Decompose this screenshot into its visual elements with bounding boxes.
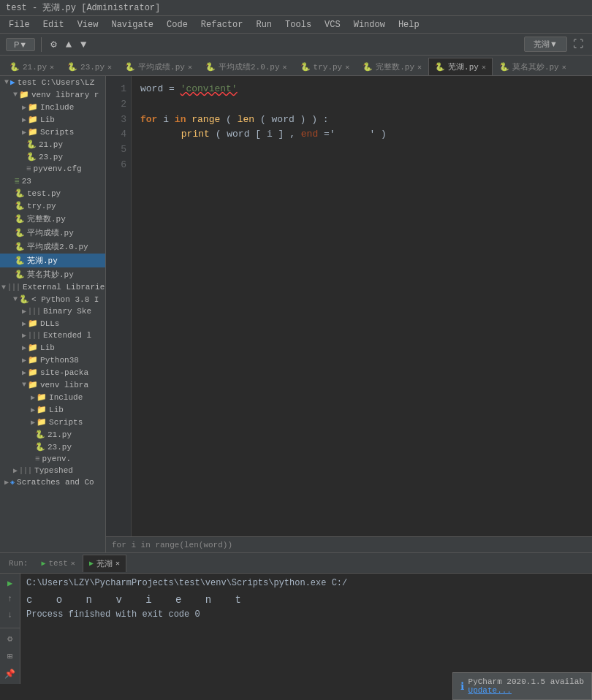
expand-arrow: ▶ — [4, 478, 9, 487]
sidebar-item-extendedl[interactable]: ▶ ||| Extended l — [0, 330, 105, 341]
sidebar-item-python38[interactable]: ▼ 🐍 < Python 3.8 I — [0, 293, 105, 305]
up-icon[interactable]: ▲ — [63, 37, 75, 52]
tab-avgscore[interactable]: 🐍 平均成绩.py ✕ — [118, 58, 199, 75]
menu-help[interactable]: Help — [392, 18, 425, 31]
sidebar-label: site-packa — [40, 368, 88, 377]
run-tab-close[interactable]: ✕ — [115, 559, 120, 568]
expand-arrow: ▼ — [13, 91, 18, 99]
menu-view[interactable]: View — [72, 18, 105, 31]
sidebar-item-21py[interactable]: 🐍 21.py — [0, 138, 105, 151]
run-up-btn[interactable]: ↑ — [3, 593, 18, 606]
tab-close[interactable]: ✕ — [562, 63, 566, 72]
expand-arrow: ▶ — [31, 393, 35, 402]
sidebar-item-avgscore[interactable]: 🐍 平均成绩.py — [0, 226, 105, 240]
sidebar-item-23[interactable]: ≣ 23 — [0, 175, 105, 187]
menu-vcs[interactable]: VCS — [319, 18, 346, 31]
notify-update-link[interactable]: Update... — [468, 686, 512, 695]
sidebar-item-wuhu[interactable]: 🐍 芜湖.py — [0, 254, 105, 267]
sidebar-item-scripts2[interactable]: ▶ 📁 Scripts — [0, 416, 105, 428]
tab-close[interactable]: ✕ — [50, 63, 54, 72]
sidebar-item-lib3[interactable]: ▶ 📁 Lib — [0, 403, 105, 416]
menu-tools[interactable]: Tools — [279, 18, 317, 31]
tab-label: 完整数.py — [376, 61, 414, 72]
menu-run[interactable]: Run — [250, 18, 278, 31]
down-icon[interactable]: ▼ — [77, 37, 89, 52]
py-file-icon: 🐍 — [15, 228, 25, 237]
sidebar-item-pyvenvcfg[interactable]: ≡ pyvenv.cfg — [0, 163, 105, 175]
code-line-1: word = 'convient' — [140, 82, 583, 97]
run-tab-test[interactable]: ▶ test ✕ — [35, 555, 80, 572]
sidebar-item-python38folder[interactable]: ▶ 📁 Python38 — [0, 354, 105, 366]
run-pin-btn[interactable]: 📌 — [3, 666, 18, 681]
run-layout-btn[interactable]: ⊞ — [3, 649, 18, 663]
sidebar-item-lib[interactable]: ▶ 📁 Lib — [0, 113, 105, 126]
run-play-btn[interactable]: ▶ — [3, 577, 18, 590]
sidebar-item-typeshed[interactable]: ▶ ||| Typeshed — [0, 465, 105, 476]
sidebar-item-test-root[interactable]: ▼ ▶ test C:\Users\LZ — [0, 76, 105, 88]
run-tab-close[interactable]: ✕ — [71, 559, 75, 568]
cfg-file-icon: ≡ — [35, 454, 40, 463]
tab-label: 莫名其妙.py — [512, 61, 559, 72]
run-tab-wuhu[interactable]: ▶ 芜湖 ✕ — [83, 555, 126, 572]
run-down-btn[interactable]: ↓ — [3, 609, 18, 622]
folder-icon: 📁 — [19, 90, 29, 99]
tab-21py[interactable]: 🐍 21.py ✕ — [3, 58, 61, 75]
sidebar-label: 平均成绩2.0.py — [27, 241, 88, 252]
expand-arrow: ▶ — [31, 418, 35, 427]
sidebar-item-venv2[interactable]: ▼ 📁 venv libra — [0, 378, 105, 391]
sidebar-item-pyenv2[interactable]: ≡ pyenv. — [0, 453, 105, 465]
menu-navigate[interactable]: Navigate — [105, 18, 159, 31]
tab-close[interactable]: ✕ — [345, 63, 349, 72]
pycharm-notification[interactable]: ℹ PyCharm 2020.1.5 availab Update... — [452, 672, 592, 700]
menu-refactor[interactable]: Refactor — [195, 18, 249, 31]
menu-edit[interactable]: Edit — [37, 18, 70, 31]
code-token: =' — [324, 129, 335, 140]
menu-window[interactable]: Window — [348, 18, 391, 31]
maximize-icon[interactable]: ⛶ — [570, 37, 586, 52]
tab-close[interactable]: ✕ — [417, 63, 422, 72]
menu-code[interactable]: Code — [161, 18, 194, 31]
line-num-4: 4 — [110, 127, 126, 142]
project-btn[interactable]: P▼ — [6, 38, 35, 51]
sidebar-item-sitepacka[interactable]: ▶ 📁 site-packa — [0, 366, 105, 378]
sidebar-label: Scratches and Co — [17, 478, 94, 487]
sidebar-item-completepy[interactable]: 🐍 完整数.py — [0, 212, 105, 226]
sidebar-item-scripts[interactable]: ▶ 📁 Scripts — [0, 126, 105, 138]
run-tab-label: Run: — [3, 555, 34, 572]
sidebar-item-include[interactable]: ▶ 📁 Include — [0, 101, 105, 113]
tab-close[interactable]: ✕ — [482, 63, 486, 72]
tab-close[interactable]: ✕ — [188, 63, 192, 72]
tab-wuhu[interactable]: 🐍 芜湖.py ✕ — [428, 58, 493, 75]
sidebar-item-extlibs[interactable]: ▼ ||| External Libraries — [0, 281, 105, 293]
sidebar-item-23py2[interactable]: 🐍 23.py — [0, 441, 105, 453]
menu-file[interactable]: File — [3, 18, 36, 31]
location-btn[interactable]: 芜湖▼ — [524, 37, 567, 52]
sidebar-item-include2[interactable]: ▶ 📁 Include — [0, 391, 105, 403]
sidebar-item-dlls[interactable]: ▶ 📁 DLLs — [0, 317, 105, 330]
tab-avgscore2[interactable]: 🐍 平均成绩2.0.py ✕ — [199, 58, 294, 75]
tab-completepy[interactable]: 🐍 完整数.py ✕ — [356, 58, 428, 75]
tab-close[interactable]: ✕ — [283, 63, 287, 72]
tab-mysterious[interactable]: 🐍 莫名其妙.py ✕ — [493, 58, 573, 75]
sidebar-item-avgscore2[interactable]: 🐍 平均成绩2.0.py — [0, 240, 105, 254]
sidebar-item-venv[interactable]: ▼ 📁 venv library r — [0, 88, 105, 101]
sidebar-item-testpy[interactable]: 🐍 test.py — [0, 187, 105, 199]
sidebar-label: try.py — [27, 202, 56, 210]
run-settings-btn[interactable]: ⚙ — [3, 631, 18, 646]
tab-trypy[interactable]: 🐍 try.py ✕ — [294, 58, 357, 75]
code-token: [ — [255, 129, 261, 140]
sidebar-item-trypy[interactable]: 🐍 try.py — [0, 199, 105, 212]
toolbar: P▼ ⚙ ▲ ▼ 芜湖▼ ⛶ — [0, 34, 592, 56]
settings-icon[interactable]: ⚙ — [48, 37, 59, 52]
sidebar-item-23py[interactable]: 🐍 23.py — [0, 151, 105, 163]
tab-23py[interactable]: 🐍 23.py ✕ — [61, 58, 118, 75]
py-file-icon: 🐍 — [15, 270, 25, 279]
sidebar-item-scratches[interactable]: ▶ ◈ Scratches and Co — [0, 476, 105, 488]
sidebar-item-mysterious[interactable]: 🐍 莫名其妙.py — [0, 267, 105, 281]
sidebar-item-binaryske[interactable]: ▶ ||| Binary Ske — [0, 305, 105, 317]
sidebar-item-21py2[interactable]: 🐍 21.py — [0, 428, 105, 441]
code-content[interactable]: word = 'convient' for i in range ( len (… — [132, 76, 592, 536]
tab-close[interactable]: ✕ — [107, 63, 112, 72]
sidebar-label: 完整数.py — [27, 213, 66, 224]
sidebar-item-lib2[interactable]: ▶ 📁 Lib — [0, 341, 105, 354]
